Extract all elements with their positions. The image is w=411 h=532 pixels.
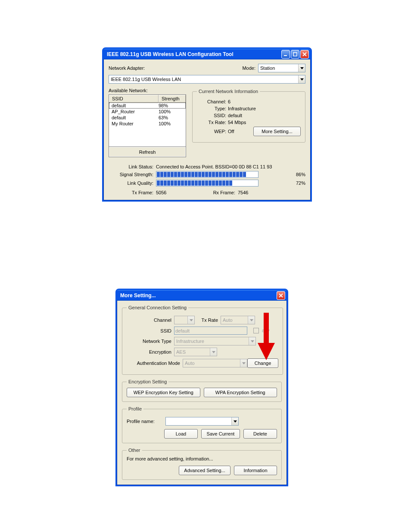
ssid-label: SSID: (197, 113, 228, 118)
wep-value: Off (228, 129, 245, 134)
network-list[interactable]: SSID Strength default98%AP_Router100%def… (109, 94, 186, 147)
network-strength: 63% (159, 115, 183, 121)
wpa-setting-button[interactable]: WPA Encryption Setting (204, 388, 277, 397)
network-row[interactable]: default98% (109, 103, 186, 109)
chevron-down-icon (248, 316, 255, 324)
txrate-select: Auto (221, 316, 255, 324)
window-title: More Setting... (120, 292, 277, 299)
information-button[interactable]: Information (234, 466, 277, 475)
link-quality-label: Link Quality: (109, 180, 156, 186)
delete-button[interactable]: Delete (243, 429, 277, 439)
advanced-setting-button[interactable]: Advanced Setting... (179, 466, 230, 475)
authmode-label: Authentication Mode (127, 361, 183, 366)
maximize-button[interactable] (291, 50, 299, 59)
link-quality-value: 72% (288, 180, 305, 186)
any-checkbox (253, 328, 259, 333)
tx-frame-value: 5056 (156, 190, 182, 195)
save-current-button[interactable]: Save Current (201, 429, 240, 439)
rx-frame-value: 7546 (238, 190, 248, 195)
encryption-legend: Encryption Setting (127, 379, 168, 384)
channel-label: Channel: (197, 99, 228, 104)
signal-strength-label: Signal Strength: (109, 172, 156, 177)
other-legend: Other (127, 448, 142, 453)
load-button[interactable]: Load (164, 429, 198, 439)
channel-label: Channel (127, 317, 174, 323)
minimize-button[interactable] (281, 50, 290, 59)
other-text: For more advanced setting, information..… (127, 456, 277, 461)
network-list-header: SSID Strength (109, 95, 186, 103)
network-row[interactable]: My Router100% (109, 121, 186, 127)
wep-label: WEP: (197, 129, 228, 134)
network-row[interactable]: default63% (109, 115, 186, 121)
network-adapter-label: Network Adapter: (109, 65, 145, 71)
channel-value: 6 (228, 99, 230, 104)
available-network-label: Available Network: (109, 88, 186, 93)
authmode-select: Auto (183, 359, 247, 367)
link-status-label: Link Status: (109, 164, 156, 169)
network-ssid: default (112, 103, 159, 109)
profile-name-select[interactable] (165, 417, 239, 426)
config-tool-window: IEEE 802.11g USB Wireless LAN Configurat… (102, 47, 312, 202)
encryption-label: Encryption (127, 349, 174, 355)
chevron-down-icon[interactable] (231, 417, 238, 425)
general-legend: General Connection Setting (127, 305, 188, 310)
any-label: any (262, 328, 270, 333)
network-strength: 98% (159, 103, 183, 109)
adapter-select[interactable]: IEEE 802.11g USB Wireless LAN (109, 75, 305, 84)
mode-select[interactable]: Station (258, 64, 305, 72)
ssid-value: default (228, 113, 242, 118)
current-info-legend: Current Network Information (197, 89, 260, 94)
mode-label: Mode: (242, 65, 255, 71)
svg-rect-1 (293, 53, 297, 56)
refresh-button[interactable]: Refresh (109, 147, 186, 157)
chevron-down-icon (187, 316, 194, 324)
signal-strength-value: 86% (288, 172, 305, 177)
chevron-down-icon[interactable] (298, 64, 305, 72)
nettype-label: Network Type (127, 339, 174, 344)
profile-name-label: Profile name: (127, 419, 165, 424)
more-setting-button[interactable]: More Setting... (253, 127, 301, 136)
column-ssid[interactable]: SSID (109, 95, 159, 103)
ssid-input (174, 327, 247, 335)
encryption-select: AES (174, 348, 217, 356)
close-button[interactable] (300, 50, 309, 59)
wep-key-button[interactable]: WEP Encryption Key Setting (127, 388, 200, 397)
link-status-value: Connected to Access Point. BSSID=00 0D 8… (156, 164, 272, 169)
chevron-down-icon (240, 359, 247, 367)
channel-select (174, 316, 195, 324)
network-ssid: default (112, 115, 159, 121)
txrate-label: Tx Rate: (197, 120, 228, 125)
link-quality-bar (156, 180, 258, 187)
nettype-select: Infrastructure (174, 337, 256, 345)
more-setting-window: More Setting... General Connection Setti… (115, 289, 288, 486)
txrate-label: Tx Rate (195, 317, 221, 323)
type-label: Type: (197, 106, 228, 111)
chevron-down-icon[interactable] (298, 75, 305, 83)
type-value: Infrastructure (228, 106, 256, 111)
titlebar[interactable]: More Setting... (117, 290, 287, 301)
tx-frame-label: Tx Frame: (109, 190, 156, 195)
svg-rect-0 (284, 55, 287, 56)
column-strength[interactable]: Strength (159, 95, 186, 103)
network-row[interactable]: AP_Router100% (109, 109, 186, 115)
network-strength: 100% (159, 121, 183, 127)
network-ssid: My Router (112, 121, 159, 127)
chevron-down-icon (249, 337, 255, 345)
change-button[interactable]: Change (247, 358, 278, 368)
network-strength: 100% (159, 109, 183, 115)
close-button[interactable] (277, 291, 285, 300)
signal-strength-bar (156, 171, 258, 178)
titlebar[interactable]: IEEE 802.11g USB Wireless LAN Configurat… (103, 49, 311, 59)
rx-frame-label: Rx Frame: (195, 190, 238, 195)
window-title: IEEE 802.11g USB Wireless LAN Configurat… (107, 51, 281, 57)
profile-legend: Profile (127, 406, 143, 411)
chevron-down-icon (210, 348, 217, 356)
txrate-value: 54 Mbps (228, 120, 246, 125)
network-ssid: AP_Router (112, 109, 159, 115)
ssid-label: SSID (127, 328, 174, 333)
